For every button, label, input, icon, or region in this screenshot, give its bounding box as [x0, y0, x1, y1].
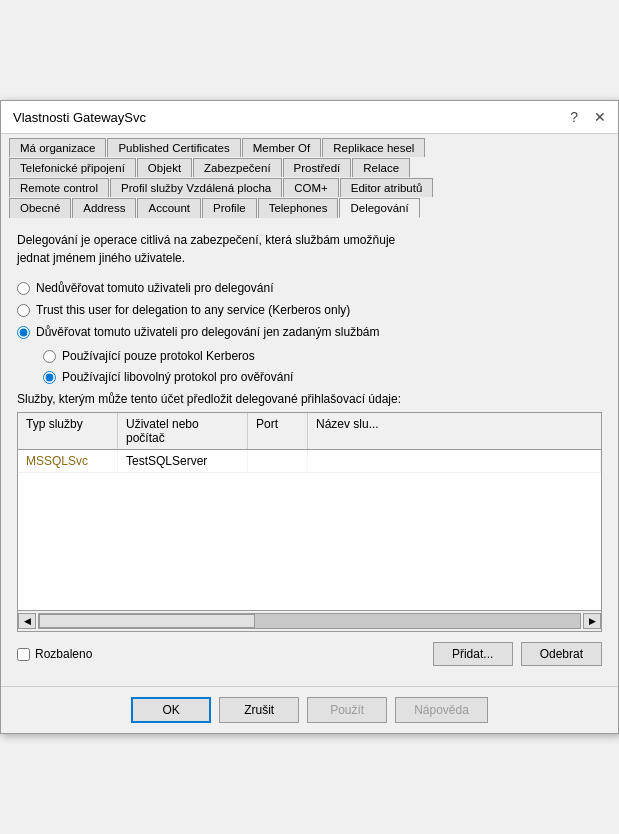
header-service-type: Typ služby	[18, 413, 118, 449]
description: Delegování je operace citlivá na zabezpe…	[17, 231, 602, 267]
scroll-right-arrow[interactable]: ▶	[583, 613, 601, 629]
window-title: Vlastnosti GatewaySvc	[13, 110, 146, 125]
radio-specified-services[interactable]: Důvěřovat tomuto uživateli pro delegován…	[17, 325, 602, 339]
horizontal-scrollbar[interactable]: ◀ ▶	[18, 610, 601, 631]
radio-specified-services-input[interactable]	[17, 326, 30, 339]
tab-com-plus[interactable]: COM+	[283, 178, 339, 197]
tab-objekt[interactable]: Objekt	[137, 158, 192, 177]
rozbaleno-checkbox[interactable]	[17, 648, 30, 661]
table-body[interactable]: MSSQLSvc TestSQLServer	[18, 450, 601, 610]
tab-ma-organizace[interactable]: Má organizace	[9, 138, 106, 157]
footer: OK Zrušit Použít Nápověda	[1, 686, 618, 733]
table-header: Typ služby Uživatel nebo počítač Port Ná…	[18, 413, 601, 450]
header-service-name: Název slu...	[308, 413, 601, 449]
tab-relace[interactable]: Relace	[352, 158, 410, 177]
tab-zabezpeceni[interactable]: Zabezpečení	[193, 158, 282, 177]
title-bar-controls: ? ✕	[570, 109, 606, 125]
napoveda-button[interactable]: Nápověda	[395, 697, 488, 723]
header-user-computer: Uživatel nebo počítač	[118, 413, 248, 449]
header-port: Port	[248, 413, 308, 449]
sub-radio-kerberos-only-input[interactable]	[43, 350, 56, 363]
scroll-track[interactable]	[38, 613, 581, 629]
radio-specified-services-label: Důvěřovat tomuto uživateli pro delegován…	[36, 325, 380, 339]
tab-obecne[interactable]: Obecné	[9, 198, 71, 218]
tab-address[interactable]: Address	[72, 198, 136, 218]
tab-profil-sluzby[interactable]: Profil služby Vzdálená plocha	[110, 178, 282, 197]
sub-radio-any-protocol-input[interactable]	[43, 371, 56, 384]
tab-prostredi[interactable]: Prostředí	[283, 158, 352, 177]
cell-port	[248, 450, 308, 472]
cell-service-name	[308, 450, 601, 472]
tab-published-certificates[interactable]: Published Certificates	[107, 138, 240, 157]
tab-replikace-hesel[interactable]: Replikace hesel	[322, 138, 425, 157]
radio-no-trust-label: Nedůvěřovat tomuto uživateli pro delegov…	[36, 281, 273, 295]
title-bar: Vlastnosti GatewaySvc ? ✕	[1, 101, 618, 134]
rozbaleno-checkbox-label[interactable]: Rozbaleno	[17, 647, 92, 661]
action-buttons: Přidat... Odebrat	[433, 642, 602, 666]
tab-member-of[interactable]: Member Of	[242, 138, 322, 157]
sub-radio-kerberos-only[interactable]: Používající pouze protokol Kerberos	[43, 349, 602, 363]
rozbaleno-label: Rozbaleno	[35, 647, 92, 661]
cell-service-type: MSSQLSvc	[18, 450, 118, 472]
sub-radio-group: Používající pouze protokol Kerberos Použ…	[43, 349, 602, 384]
radio-no-trust-input[interactable]	[17, 282, 30, 295]
sub-radio-kerberos-only-label: Používající pouze protokol Kerberos	[62, 349, 255, 363]
services-table: Typ služby Uživatel nebo počítač Port Ná…	[17, 412, 602, 632]
delegation-radio-group: Nedůvěřovat tomuto uživateli pro delegov…	[17, 281, 602, 339]
radio-any-service[interactable]: Trust this user for delegation to any se…	[17, 303, 602, 317]
tab-row-3: Remote control Profil služby Vzdálená pl…	[9, 178, 610, 197]
cell-user-computer: TestSQLServer	[118, 450, 248, 472]
table-row[interactable]: MSSQLSvc TestSQLServer	[18, 450, 601, 473]
radio-any-service-label: Trust this user for delegation to any se…	[36, 303, 350, 317]
close-button[interactable]: ✕	[594, 109, 606, 125]
description-line1: Delegování je operace citlivá na zabezpe…	[17, 233, 395, 247]
help-button[interactable]: ?	[570, 109, 578, 125]
description-line2: jednat jménem jiného uživatele.	[17, 251, 185, 265]
tab-remote-control[interactable]: Remote control	[9, 178, 109, 197]
radio-no-trust[interactable]: Nedůvěřovat tomuto uživateli pro delegov…	[17, 281, 602, 295]
tab-row-2: Telefonické připojení Objekt Zabezpečení…	[9, 158, 610, 177]
tab-editor-atributu[interactable]: Editor atributů	[340, 178, 434, 197]
odebrat-button[interactable]: Odebrat	[521, 642, 602, 666]
tab-telephones[interactable]: Telephones	[258, 198, 339, 218]
content-area: Delegování je operace citlivá na zabezpe…	[1, 219, 618, 678]
tab-telefonicke-pripojeni[interactable]: Telefonické připojení	[9, 158, 136, 177]
pridat-button[interactable]: Přidat...	[433, 642, 513, 666]
tab-row-4: Obecné Address Account Profile Telephone…	[9, 198, 610, 218]
pouzit-button[interactable]: Použít	[307, 697, 387, 723]
tab-row-1: Má organizace Published Certificates Mem…	[9, 138, 610, 157]
tab-account[interactable]: Account	[137, 198, 201, 218]
tabs-container: Má organizace Published Certificates Mem…	[1, 134, 618, 218]
main-window: Vlastnosti GatewaySvc ? ✕ Má organizace …	[0, 100, 619, 734]
scroll-thumb[interactable]	[39, 614, 255, 628]
sub-radio-any-protocol-label: Používající libovolný protokol pro ověřo…	[62, 370, 293, 384]
radio-any-service-input[interactable]	[17, 304, 30, 317]
tab-delegovani[interactable]: Delegování	[339, 198, 419, 218]
tab-profile[interactable]: Profile	[202, 198, 257, 218]
services-label: Služby, kterým může tento účet předložit…	[17, 392, 602, 406]
bottom-controls: Rozbaleno Přidat... Odebrat	[17, 642, 602, 666]
sub-radio-any-protocol[interactable]: Používající libovolný protokol pro ověřo…	[43, 370, 602, 384]
ok-button[interactable]: OK	[131, 697, 211, 723]
zrusit-button[interactable]: Zrušit	[219, 697, 299, 723]
scroll-left-arrow[interactable]: ◀	[18, 613, 36, 629]
